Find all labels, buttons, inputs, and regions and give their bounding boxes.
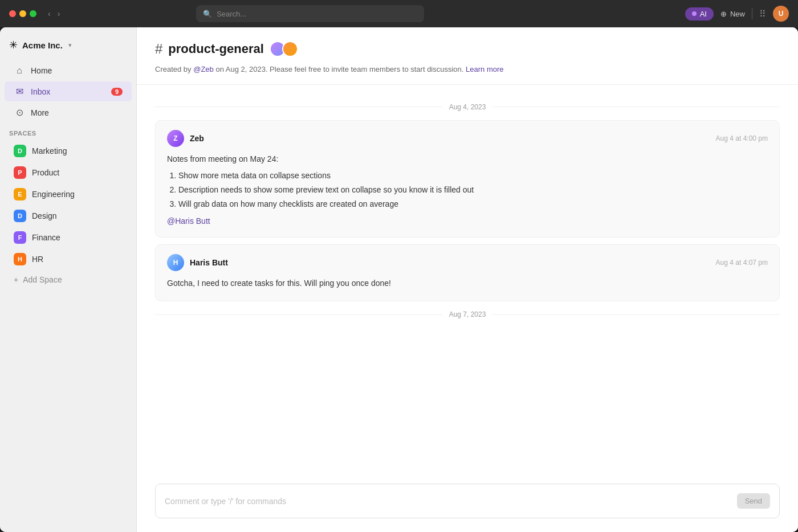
space-label: Finance [32, 233, 60, 242]
message-header-2: H Haris Butt Aug 4 at 4:07 pm [167, 254, 768, 271]
author-name-1: Zeb [190, 134, 204, 143]
new-button[interactable]: ⊕ New [720, 10, 745, 18]
channel-title: product-general [168, 42, 263, 56]
date-divider-2: Aug 7, 2023 [155, 310, 780, 318]
space-badge-product: P [14, 166, 26, 179]
date-divider-1: Aug 4, 2023 [155, 103, 780, 111]
plus-icon: + [14, 275, 18, 284]
sidebar-item-label: Inbox [31, 87, 50, 96]
channel-hash-icon: # [155, 41, 162, 57]
description-author-link[interactable]: @Zeb [193, 65, 214, 73]
messages-area: Aug 4, 2023 Z Zeb Aug 4 at 4:00 pm Notes… [137, 85, 798, 475]
ai-button[interactable]: AI [685, 7, 714, 21]
description-middle: on Aug 2, 2023. Please feel free to invi… [214, 65, 466, 73]
list-item: Description needs to show some preview t… [178, 183, 768, 197]
space-badge-finance: F [14, 231, 26, 244]
list-item: Show more meta data on collapse sections [178, 169, 768, 183]
avatar-img-2 [283, 42, 297, 56]
message-header-1: Z Zeb Aug 4 at 4:00 pm [167, 130, 768, 147]
main-content: # product-general Created by @Zeb on Aug… [137, 27, 798, 532]
sidebar-item-inbox[interactable]: ✉ Inbox 9 [5, 81, 132, 101]
search-icon: 🔍 [203, 10, 212, 18]
message-intro: Notes from meeting on May 24: [167, 153, 768, 165]
description-prefix: Created by [155, 65, 193, 73]
author-row-2: H Haris Butt [167, 254, 228, 271]
space-badge-hr: H [14, 253, 26, 265]
avatar[interactable]: U [773, 6, 789, 22]
member-avatar-2 [282, 41, 298, 57]
comment-box: Send [155, 484, 780, 518]
message-list: Show more meta data on collapse sections… [178, 169, 768, 212]
inbox-badge: 9 [111, 88, 123, 96]
channel-description: Created by @Zeb on Aug 2, 2023. Please f… [155, 64, 780, 75]
date-label-2: Aug 7, 2023 [449, 310, 486, 318]
titlebar: ‹ › 🔍 AI ⊕ New ⠿ U [0, 0, 798, 27]
sidebar-item-design[interactable]: D Design [5, 206, 132, 226]
mention-tag[interactable]: @Haris Butt [167, 216, 210, 226]
logo-text: Acme Inc. [22, 40, 63, 50]
more-icon: ⊙ [14, 107, 25, 118]
sidebar-item-engineering[interactable]: E Engineering [5, 184, 132, 204]
back-button[interactable]: ‹ [46, 8, 53, 19]
nav-arrows: ‹ › [46, 8, 62, 19]
space-badge-marketing: D [14, 145, 26, 157]
search-input[interactable] [217, 10, 417, 18]
forward-button[interactable]: › [55, 8, 63, 19]
ai-dot-icon [692, 11, 697, 16]
titlebar-right: AI ⊕ New ⠿ U [685, 6, 789, 22]
grid-icon[interactable]: ⠿ [759, 9, 766, 19]
divider [752, 8, 752, 19]
message-body-2: Gotcha, I need to create tasks for this.… [167, 277, 768, 289]
message-text-content: Gotcha, I need to create tasks for this.… [167, 277, 768, 289]
author-name-2: Haris Butt [190, 258, 228, 267]
sidebar: ✳ Acme Inc. ▾ ⌂ Home ✉ Inbox 9 ⊙ More Sp… [0, 27, 137, 532]
space-label: Design [32, 211, 57, 220]
date-label-1: Aug 4, 2023 [449, 103, 486, 111]
message-card-2: H Haris Butt Aug 4 at 4:07 pm Gotcha, I … [155, 244, 780, 301]
author-row-1: Z Zeb [167, 130, 204, 147]
sidebar-item-finance[interactable]: F Finance [5, 227, 132, 248]
sidebar-item-label: Home [31, 66, 52, 75]
add-space-label: Add Space [23, 275, 62, 284]
space-label: Marketing [32, 146, 67, 155]
learn-more-link[interactable]: Learn more [466, 65, 503, 73]
home-icon: ⌂ [14, 66, 25, 76]
channel-header: # product-general Created by @Zeb on Aug… [137, 27, 798, 85]
inbox-icon: ✉ [14, 86, 25, 97]
message-time-1: Aug 4 at 4:00 pm [716, 134, 768, 142]
message-card-1: Z Zeb Aug 4 at 4:00 pm Notes from meetin… [155, 120, 780, 238]
close-button[interactable] [9, 10, 16, 17]
avatar-haris: H [167, 254, 184, 271]
logo-icon: ✳ [9, 39, 18, 51]
spaces-section-title: Spaces [0, 123, 136, 140]
space-badge-engineering: E [14, 188, 26, 200]
minimize-button[interactable] [19, 10, 26, 17]
sidebar-item-marketing[interactable]: D Marketing [5, 141, 132, 161]
channel-title-row: # product-general [155, 41, 780, 57]
maximize-button[interactable] [30, 10, 36, 17]
sidebar-item-hr[interactable]: H HR [5, 249, 132, 269]
sidebar-item-home[interactable]: ⌂ Home [5, 61, 132, 80]
search-bar[interactable]: 🔍 [196, 5, 424, 22]
avatar-zeb: Z [167, 130, 184, 147]
new-label: New [730, 10, 745, 18]
logo[interactable]: ✳ Acme Inc. ▾ [0, 34, 136, 60]
sidebar-item-more[interactable]: ⊙ More [5, 103, 132, 122]
traffic-lights [9, 10, 36, 17]
ai-label: AI [700, 10, 707, 18]
space-badge-design: D [14, 210, 26, 222]
list-item: Will grab data on how many checklists ar… [178, 197, 768, 211]
sidebar-item-label: More [31, 108, 49, 117]
send-button[interactable]: Send [737, 493, 770, 509]
space-label: HR [32, 255, 43, 264]
member-avatars [270, 41, 298, 57]
message-body-1: Notes from meeting on May 24: Show more … [167, 153, 768, 228]
sidebar-item-product[interactable]: P Product [5, 162, 132, 183]
space-label: Product [32, 168, 59, 177]
plus-icon: ⊕ [720, 10, 727, 18]
app-container: ✳ Acme Inc. ▾ ⌂ Home ✉ Inbox 9 ⊙ More Sp… [0, 27, 798, 532]
message-time-2: Aug 4 at 4:07 pm [716, 259, 768, 267]
chevron-down-icon: ▾ [68, 42, 72, 49]
add-space-button[interactable]: + Add Space [5, 271, 132, 289]
comment-input[interactable] [165, 497, 737, 506]
